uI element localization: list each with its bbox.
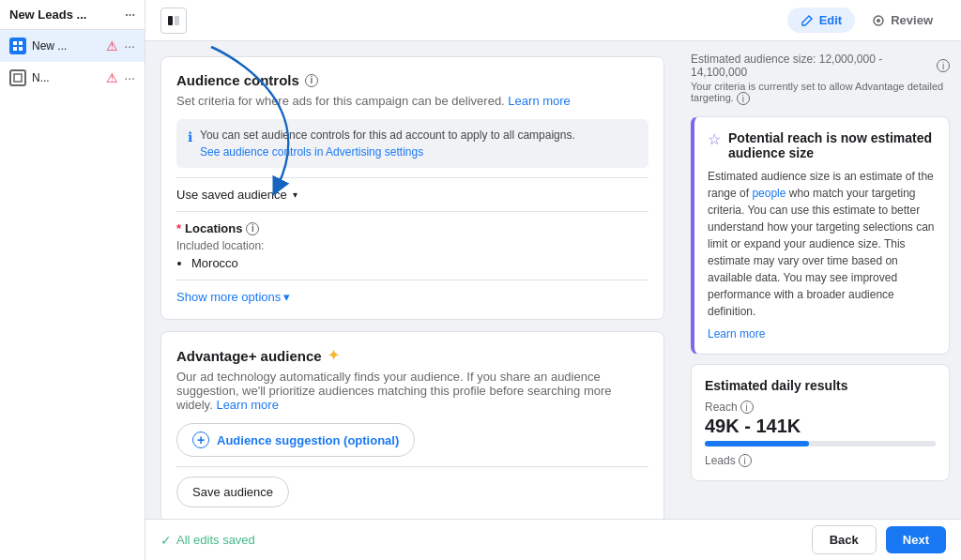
info-banner-icon: ℹ xyxy=(188,129,192,144)
leads-info-icon[interactable]: i xyxy=(739,454,752,467)
svg-rect-0 xyxy=(13,41,17,45)
check-icon: ✓ xyxy=(160,533,172,548)
location-item: Morocco xyxy=(191,256,648,270)
sidebar: New Leads ... ··· New ... ⚠ ··· N... ⚠ ·… xyxy=(0,0,145,560)
locations-required-star: * xyxy=(176,221,181,235)
potential-reach-body: Estimated audience size is an estimate o… xyxy=(708,168,936,320)
back-button[interactable]: Back xyxy=(812,525,877,554)
sidebar-item-more-icon-1[interactable]: ··· xyxy=(124,38,135,53)
divider-1 xyxy=(176,177,648,178)
audience-controls-title: Audience controls i xyxy=(176,72,648,88)
potential-reach-title: Potential reach is now estimated audienc… xyxy=(728,130,936,160)
svg-point-8 xyxy=(877,19,880,23)
sidebar-item-new1[interactable]: New ... ⚠ ··· xyxy=(0,30,145,62)
estimated-daily-title: Estimated daily results xyxy=(705,378,936,393)
est-size-info-icon[interactable]: i xyxy=(937,59,950,72)
svg-rect-5 xyxy=(168,16,173,25)
content-area: Audience controls i Set criteria for whe… xyxy=(145,41,961,519)
info-banner: ℹ You can set audience controls for this… xyxy=(176,119,648,168)
people-link[interactable]: people xyxy=(752,187,786,200)
sidebar-item-new2[interactable]: N... ⚠ ··· xyxy=(0,62,145,94)
topbar: Edit Review xyxy=(145,0,961,41)
reach-bar xyxy=(705,441,936,446)
sidebar-item-icon-new1 xyxy=(9,38,26,54)
collapse-sidebar-button[interactable] xyxy=(160,8,187,34)
tab-review-label: Review xyxy=(891,13,933,27)
advantage-audience-subtitle: Our ad technology automatically finds yo… xyxy=(176,370,648,412)
divider-2 xyxy=(176,211,648,212)
audience-controls-info-icon[interactable]: i xyxy=(305,74,318,87)
main-wrapper: Edit Review Audience controls xyxy=(145,0,961,560)
est-size-note: Your criteria is currently set to allow … xyxy=(691,81,950,105)
advantage-star-icon: ✦ xyxy=(328,347,340,364)
show-more-chevron-icon: ▾ xyxy=(283,290,290,304)
location-list: Morocco xyxy=(176,256,648,270)
tab-review[interactable]: Review xyxy=(859,8,946,33)
svg-rect-6 xyxy=(175,16,179,25)
use-saved-audience-label: Use saved audience xyxy=(176,188,287,202)
main-content: Edit Review Audience controls xyxy=(145,0,961,560)
est-size-section: Estimated audience size: 12,000,000 - 14… xyxy=(691,53,950,107)
potential-reach-star-icon: ☆ xyxy=(708,130,721,148)
info-banner-text: You can set audience controls for this a… xyxy=(200,129,575,142)
advantage-learn-more-link[interactable]: Learn more xyxy=(216,398,278,412)
reach-value: 49K - 141K xyxy=(705,416,936,437)
all-edits-saved: ✓ All edits saved xyxy=(160,533,255,548)
right-panel: Estimated audience size: 12,000,000 - 14… xyxy=(679,41,961,519)
locations-info-icon[interactable]: i xyxy=(246,222,259,235)
advantage-audience-title: Advantage+ audience ✦ xyxy=(176,347,648,364)
sidebar-item-icon-new2 xyxy=(9,69,26,86)
audience-controls-card: Audience controls i Set criteria for whe… xyxy=(160,56,664,320)
sidebar-header-more-icon[interactable]: ··· xyxy=(125,8,135,22)
audience-suggestion-button[interactable]: + Audience suggestion (optional) xyxy=(176,423,415,457)
tab-group: Edit Review xyxy=(787,8,946,33)
form-panel: Audience controls i Set criteria for whe… xyxy=(145,41,679,519)
divider-4 xyxy=(176,466,648,467)
advantage-audience-card: Advantage+ audience ✦ Our ad technology … xyxy=(160,331,664,519)
reach-info-icon[interactable]: i xyxy=(740,401,754,414)
svg-rect-2 xyxy=(13,47,17,51)
reach-bar-fill xyxy=(705,441,809,446)
footer: ✓ All edits saved Back Next xyxy=(145,519,961,560)
ad-settings-link[interactable]: See audience controls in Advertising set… xyxy=(200,145,575,159)
reach-label: Reach i xyxy=(705,401,936,414)
included-location-label: Included location: xyxy=(176,239,648,252)
divider-3 xyxy=(176,280,648,280)
audience-controls-subtitle: Set criteria for where ads for this camp… xyxy=(176,94,648,108)
potential-reach-learn-more-link[interactable]: Learn more xyxy=(708,327,936,341)
use-saved-audience-dropdown[interactable]: Use saved audience ▾ xyxy=(176,188,648,202)
sidebar-item-label-new2: N... xyxy=(32,71,100,84)
sidebar-item-warning-icon-2: ⚠ xyxy=(106,70,118,85)
sidebar-item-warning-icon-1: ⚠ xyxy=(106,38,118,53)
next-button[interactable]: Next xyxy=(886,526,946,553)
svg-rect-3 xyxy=(19,47,23,51)
sidebar-item-more-icon-2[interactable]: ··· xyxy=(124,70,135,85)
save-audience-button[interactable]: Save audience xyxy=(176,477,289,507)
show-more-options-link[interactable]: Show more options ▾ xyxy=(176,290,648,304)
audience-controls-learn-more-link[interactable]: Learn more xyxy=(508,94,570,108)
svg-rect-1 xyxy=(19,41,23,45)
sidebar-item-label-new1: New ... xyxy=(32,39,100,53)
use-saved-audience-chevron-icon: ▾ xyxy=(293,189,297,200)
est-size-note-info-icon[interactable]: i xyxy=(737,92,750,105)
sidebar-title: New Leads ... xyxy=(9,8,86,22)
est-size-label: Estimated audience size: 12,000,000 - 14… xyxy=(691,53,950,79)
tab-edit-label: Edit xyxy=(819,13,843,27)
sidebar-header: New Leads ... ··· xyxy=(0,0,145,30)
svg-rect-4 xyxy=(14,74,22,82)
estimated-daily-card: Estimated daily results Reach i 49K - 14… xyxy=(691,364,950,481)
potential-reach-card: ☆ Potential reach is now estimated audie… xyxy=(691,116,950,355)
plus-icon: + xyxy=(192,431,209,448)
locations-label: * Locations i xyxy=(176,221,648,235)
potential-reach-header: ☆ Potential reach is now estimated audie… xyxy=(708,130,936,160)
leads-label: Leads i xyxy=(705,454,936,467)
tab-edit[interactable]: Edit xyxy=(787,8,856,33)
